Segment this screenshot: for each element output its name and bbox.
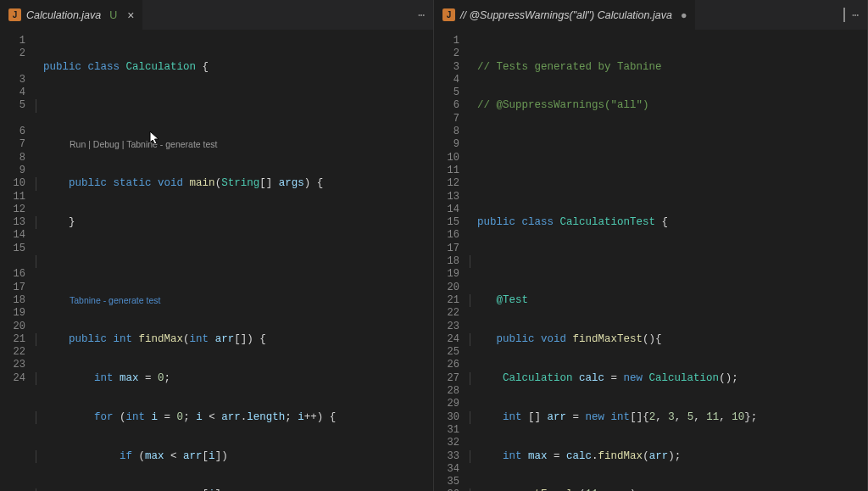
java-file-icon: J (8, 8, 21, 21)
tab-bar-right: J // @SuppressWarnings("all") Calculatio… (434, 0, 867, 30)
more-icon[interactable]: ⋯ (852, 8, 859, 22)
codelens-tabnine-1[interactable]: Tabnine - generate test (36, 294, 433, 307)
tab-calculation-java[interactable]: J Calculation.java U × (0, 0, 142, 30)
codelens-run-debug[interactable]: Run | Debug | Tabnine - generate test (36, 138, 433, 151)
split-editor-icon[interactable] (843, 8, 845, 21)
tab-actions-left: ⋯ (418, 8, 433, 22)
line-number-gutter: 1 2 3 4 5 6 7 8 9 10 11 12 13 14 15 16 1… (0, 30, 36, 491)
editor-pane-right: J // @SuppressWarnings("all") Calculatio… (434, 0, 868, 491)
line-number-gutter: 1 2 3 4 5 6 7 8 9 10 11 12 13 14 15 16 1… (434, 30, 470, 491)
modified-dot-icon: ● (681, 9, 687, 21)
more-icon[interactable]: ⋯ (418, 8, 425, 22)
tab-title: // @SuppressWarnings("all") Calculation.… (460, 9, 672, 21)
code-editor-right[interactable]: 1 2 3 4 5 6 7 8 9 10 11 12 13 14 15 16 1… (434, 30, 867, 491)
code-editor-left[interactable]: 1 2 3 4 5 6 7 8 9 10 11 12 13 14 15 16 1… (0, 30, 433, 491)
tab-calculation-test-java[interactable]: J // @SuppressWarnings("all") Calculatio… (434, 0, 695, 30)
tab-title: Calculation.java (26, 9, 101, 21)
editor-pane-left: J Calculation.java U × ⋯ 1 2 3 4 5 6 7 8… (0, 0, 434, 491)
code-content-left[interactable]: public class Calculation { Run | Debug |… (36, 30, 433, 491)
tab-bar-left: J Calculation.java U × ⋯ (0, 0, 433, 30)
git-status-badge: U (109, 9, 117, 21)
tab-actions-right: ⋯ (843, 8, 867, 22)
close-icon[interactable]: × (127, 8, 134, 22)
code-content-right[interactable]: // Tests generated by Tabnine // @Suppre… (470, 30, 867, 491)
java-file-icon: J (442, 8, 455, 21)
